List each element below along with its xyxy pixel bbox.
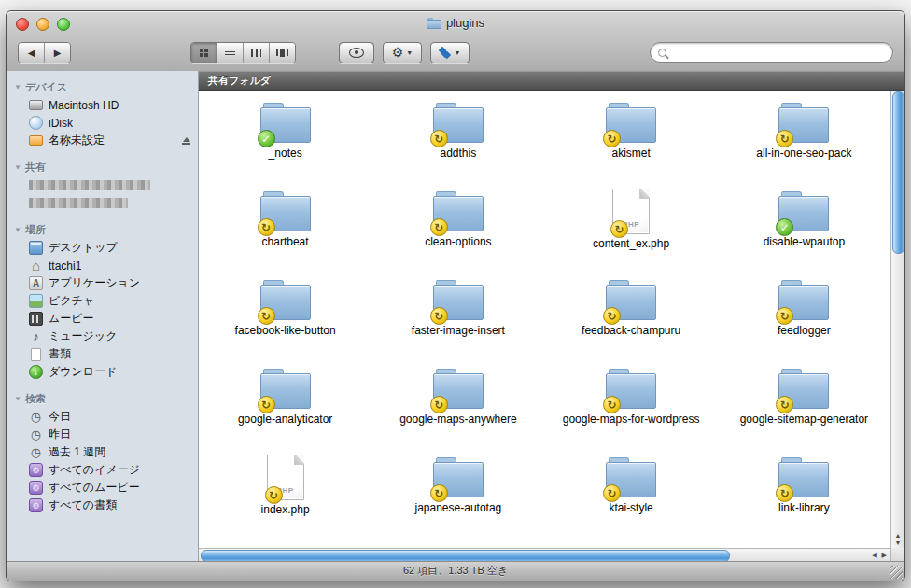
- file-item[interactable]: all-in-one-seo-pack: [718, 98, 890, 187]
- sidebar-item-yesterday[interactable]: 昨日: [7, 426, 198, 443]
- file-name: akismet: [611, 147, 650, 160]
- sync-badge-icon: [430, 484, 448, 502]
- hard-drive-icon: [29, 100, 43, 110]
- vertical-scrollbar[interactable]: ▲ ▼: [890, 91, 904, 548]
- sidebar-item-all-documents[interactable]: すべての書類: [7, 497, 198, 514]
- sidebar-item-all-images[interactable]: すべてのイメージ: [7, 461, 198, 479]
- sidebar-item-macintosh-hd[interactable]: Macintosh HD: [7, 96, 198, 114]
- sidebar-item-label: ミュージック: [49, 329, 117, 344]
- sidebar-item-today[interactable]: 今日: [7, 408, 198, 426]
- file-item[interactable]: clean-options: [371, 187, 544, 275]
- file-name: index.php: [261, 503, 310, 516]
- column-view-button[interactable]: [243, 43, 269, 63]
- file-name: feedback-champuru: [582, 324, 680, 337]
- back-button[interactable]: ◀: [19, 43, 44, 63]
- file-item[interactable]: faster-image-insert: [371, 275, 544, 364]
- file-item[interactable]: google-maps-for-wordpress: [545, 364, 718, 453]
- file-item[interactable]: google-sitemap-generator: [718, 364, 890, 453]
- eject-button[interactable]: [182, 137, 190, 145]
- file-item[interactable]: google-analyticator: [199, 364, 371, 453]
- sidebar-section-places[interactable]: ▼場所: [7, 220, 198, 239]
- scroll-left-button[interactable]: ◀: [872, 552, 876, 559]
- coverflow-view-icon: [276, 49, 288, 57]
- quick-look-button[interactable]: [340, 43, 373, 63]
- desktop-icon: [29, 241, 43, 255]
- folder-icon: [260, 102, 311, 143]
- file-item[interactable]: ktai-style: [545, 453, 718, 541]
- sidebar-item-home[interactable]: ttachi1: [7, 257, 198, 274]
- icon-grid: _notes addthis akismet all-in-one-seo-pa…: [199, 91, 890, 548]
- sidebar-item-untitled-volume[interactable]: 名称未設定: [7, 132, 198, 149]
- list-view-icon: [225, 49, 235, 57]
- icon-view-button[interactable]: [191, 43, 217, 63]
- sidebar-item-all-movies[interactable]: すべてのムービー: [7, 479, 198, 497]
- file-name: clean-options: [425, 235, 491, 248]
- file-item[interactable]: chartbeat: [199, 187, 371, 275]
- sidebar-item-movies[interactable]: ムービー: [7, 310, 198, 328]
- sidebar-item-applications[interactable]: アプリケーション: [7, 274, 198, 292]
- file-name: all-in-one-seo-pack: [756, 147, 851, 160]
- sidebar-item-label: 昨日: [49, 427, 71, 442]
- action-menu-button[interactable]: ⚙▼: [384, 43, 421, 63]
- applications-icon: [29, 276, 43, 290]
- sidebar-item-downloads[interactable]: ダウンロード: [7, 363, 198, 381]
- folder-icon: [433, 279, 484, 320]
- file-item[interactable]: content_ex.php: [545, 187, 718, 275]
- dropbox-menu-button[interactable]: ▼: [431, 43, 469, 63]
- smart-folder-icon: [29, 481, 43, 495]
- section-label: 検索: [25, 392, 46, 406]
- forward-button[interactable]: ▶: [44, 43, 70, 63]
- eye-icon: [349, 48, 364, 58]
- file-item[interactable]: link-library: [718, 453, 890, 541]
- sidebar-item-label: デスクトップ: [49, 240, 118, 256]
- folder-icon: [606, 279, 656, 320]
- sidebar-item-idisk[interactable]: iDisk: [7, 114, 198, 132]
- search-input[interactable]: [671, 44, 885, 61]
- vertical-scrollbar-thumb[interactable]: [892, 91, 904, 254]
- file-item[interactable]: facebook-like-button: [199, 275, 371, 364]
- sidebar-item-past-week[interactable]: 過去 1 週間: [7, 443, 198, 461]
- file-item[interactable]: _notes: [199, 98, 371, 187]
- sidebar-item-shared-redacted[interactable]: [7, 176, 198, 194]
- scroll-up-button[interactable]: ▲: [895, 532, 902, 539]
- file-name: link-library: [778, 501, 830, 514]
- horizontal-scrollbar[interactable]: ◀ ▶: [199, 548, 890, 562]
- check-badge-icon: [776, 218, 793, 236]
- sidebar-item-documents[interactable]: 書類: [7, 345, 198, 363]
- scroll-down-button[interactable]: ▼: [895, 539, 902, 547]
- file-item[interactable]: feedback-champuru: [545, 275, 718, 364]
- file-item[interactable]: akismet: [545, 98, 718, 187]
- titlebar[interactable]: plugins: [7, 11, 904, 35]
- list-view-button[interactable]: [217, 43, 243, 63]
- sidebar-section-search[interactable]: ▼検索: [7, 389, 198, 408]
- sync-badge-icon: [258, 396, 275, 413]
- sidebar-item-shared-redacted[interactable]: [7, 194, 198, 212]
- home-icon: [29, 259, 43, 273]
- folder-icon: [778, 190, 829, 231]
- documents-icon: [31, 348, 41, 361]
- file-name: japanese-autotag: [415, 501, 502, 514]
- scroll-right-button[interactable]: ▶: [882, 552, 887, 559]
- file-item[interactable]: google-maps-anywhere: [371, 364, 544, 453]
- sidebar-item-music[interactable]: ミュージック: [7, 328, 198, 345]
- file-item[interactable]: index.php: [199, 453, 371, 541]
- window-title-text: plugins: [446, 16, 484, 30]
- file-item[interactable]: feedlogger: [718, 275, 890, 364]
- folder-icon: [778, 368, 829, 409]
- downloads-icon: [29, 365, 43, 379]
- sidebar-section-shared[interactable]: ▼共有: [7, 158, 198, 176]
- sidebar-item-label: Macintosh HD: [49, 99, 119, 112]
- file-item[interactable]: addthis: [371, 98, 544, 187]
- sidebar-item-pictures[interactable]: ピクチャ: [7, 292, 198, 310]
- resize-grip[interactable]: [890, 566, 903, 579]
- folder-proxy-icon[interactable]: [427, 18, 441, 29]
- toolbar: ◀ ▶ ⚙▼ ▼: [7, 35, 904, 70]
- sidebar-section-devices[interactable]: ▼デバイス: [7, 77, 198, 96]
- file-item[interactable]: japanese-autotag: [371, 453, 544, 541]
- sidebar-item-desktop[interactable]: デスクトップ: [7, 239, 198, 257]
- scrollbar-corner: [890, 548, 904, 562]
- file-item[interactable]: disable-wpautop: [718, 187, 890, 275]
- disclosure-triangle-icon: ▼: [14, 83, 21, 91]
- search-field[interactable]: [650, 42, 893, 63]
- coverflow-view-button[interactable]: [269, 43, 295, 63]
